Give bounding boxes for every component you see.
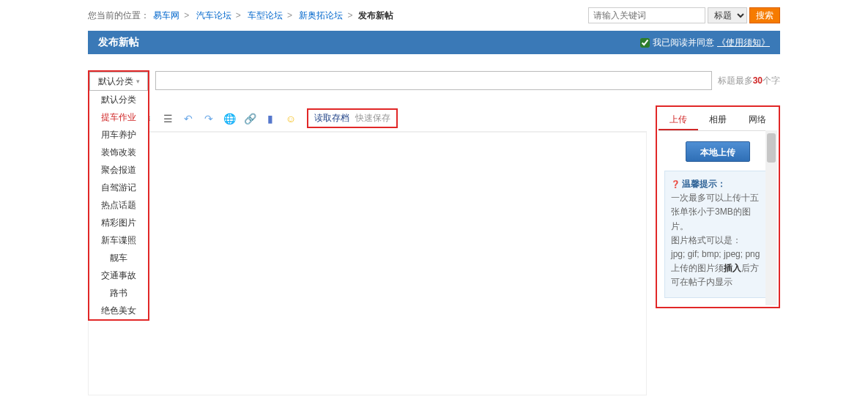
chevron-down-icon: ▾: [136, 78, 140, 85]
category-option[interactable]: 靓车: [89, 249, 148, 267]
scrollbar-thumb[interactable]: [767, 133, 776, 163]
agree-checkbox[interactable]: [640, 38, 650, 48]
tab-upload[interactable]: 上传: [659, 108, 698, 130]
tab-album[interactable]: 相册: [698, 108, 738, 130]
editor-textarea[interactable]: [88, 132, 647, 395]
search-area: 标题 搜索: [588, 7, 780, 23]
emoji-icon[interactable]: ☺: [283, 111, 298, 126]
category-option[interactable]: 用车养护: [89, 126, 148, 144]
title-hint: 标题最多30个字: [718, 75, 780, 87]
search-input[interactable]: [588, 7, 705, 23]
quick-save-button[interactable]: 快速保存: [355, 112, 390, 124]
upload-tip-box: 温馨提示： 一次最多可以上传十五张单张小于3MB的图片。 图片格式可以是： jp…: [664, 171, 771, 298]
agree-text: 我已阅读并同意: [653, 37, 714, 49]
attachment-icon[interactable]: ▮: [263, 111, 278, 126]
editor-toolbar: 小 A ≡ ☰ ↶ ↷ 🌐 🔗 ▮ ☺ 读取存档 快速保存: [88, 105, 647, 132]
scrollbar[interactable]: [765, 130, 777, 305]
breadcrumb-link-0[interactable]: 易车网: [153, 10, 179, 21]
tip-title: 温馨提示：: [671, 177, 765, 191]
page-title: 发布新帖: [98, 36, 139, 49]
breadcrumb-label: 您当前的位置：: [88, 10, 149, 21]
link-icon[interactable]: 🔗: [242, 111, 257, 126]
breadcrumb: 您当前的位置： 易车网> 汽车论坛> 车型论坛> 新奥拓论坛> 发布新帖: [88, 10, 393, 22]
agree-checkbox-wrapper[interactable]: 我已阅读并同意 《使用须知》: [640, 37, 770, 49]
image-icon[interactable]: 🌐: [222, 111, 237, 126]
category-option[interactable]: 提车作业: [89, 108, 148, 126]
category-option[interactable]: 装饰改装: [89, 144, 148, 161]
category-selected-label: 默认分类: [98, 75, 133, 88]
tab-network[interactable]: 网络: [738, 108, 777, 130]
category-option[interactable]: 聚会报道: [89, 161, 148, 179]
undo-icon[interactable]: ↶: [181, 111, 196, 126]
category-option[interactable]: 精彩图片: [89, 214, 148, 231]
load-archive-button[interactable]: 读取存档: [314, 112, 349, 124]
local-upload-button[interactable]: 本地上传: [686, 141, 750, 162]
image-tabs: 上传 相册 网络: [659, 108, 777, 131]
tip-formats: jpg; gif; bmp; jpeg; png: [671, 248, 765, 261]
align-center-icon[interactable]: ☰: [160, 111, 175, 126]
tip-line2: 图片格式可以是：: [671, 234, 765, 248]
category-option[interactable]: 新车谍照: [89, 231, 148, 249]
category-option[interactable]: 绝色美女: [89, 302, 148, 319]
breadcrumb-link-1[interactable]: 汽车论坛: [196, 10, 231, 21]
search-select[interactable]: 标题: [708, 7, 747, 23]
breadcrumb-link-3[interactable]: 新奥拓论坛: [299, 10, 343, 21]
image-panel: 上传 相册 网络 本地上传 温馨提示： 一次最多可以上传十五张单张小于3MB的图…: [656, 105, 780, 308]
category-option[interactable]: 路书: [89, 284, 148, 302]
tip-line3: 上传的图片须插入后方可在帖子内显示: [671, 261, 765, 289]
category-option[interactable]: 默认分类: [89, 91, 148, 108]
breadcrumb-current: 发布新帖: [358, 10, 393, 21]
post-title-input[interactable]: [155, 71, 712, 90]
page-header: 发布新帖 我已阅读并同意 《使用须知》: [88, 31, 780, 54]
redo-icon[interactable]: ↷: [201, 111, 216, 126]
archive-box: 读取存档 快速保存: [307, 108, 398, 128]
category-select[interactable]: 默认分类 ▾: [89, 72, 148, 91]
breadcrumb-link-2[interactable]: 车型论坛: [248, 10, 283, 21]
search-button[interactable]: 搜索: [749, 7, 780, 23]
tip-line1: 一次最多可以上传十五张单张小于3MB的图片。: [671, 191, 765, 234]
category-option[interactable]: 交通事故: [89, 267, 148, 284]
agree-link[interactable]: 《使用须知》: [717, 37, 770, 49]
category-option[interactable]: 热点话题: [89, 196, 148, 214]
category-dropdown: 默认分类提车作业用车养护装饰改装聚会报道自驾游记热点话题精彩图片新车谍照靓车交通…: [88, 91, 149, 321]
category-option[interactable]: 自驾游记: [89, 179, 148, 196]
